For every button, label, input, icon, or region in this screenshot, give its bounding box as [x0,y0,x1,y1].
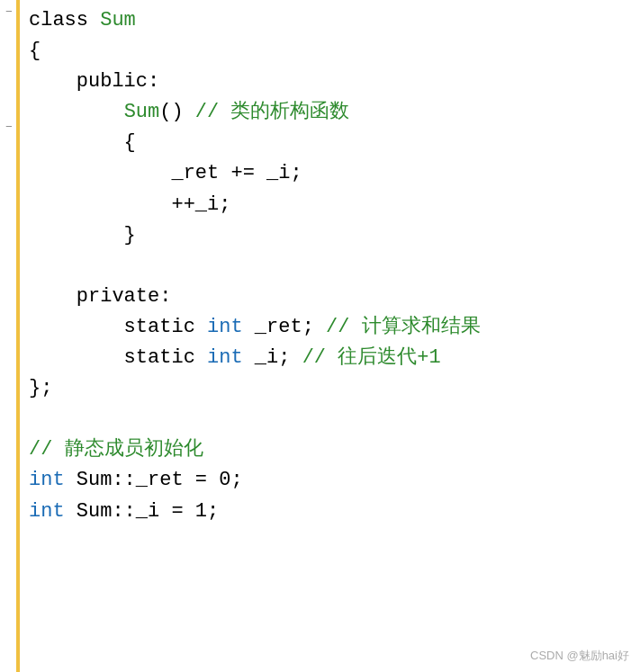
code-line-3: public: [29,67,626,97]
code-line-11: static int _ret; // 计算求和结果 [29,312,626,343]
code-line-5: { [29,128,626,158]
code-line-16: int Sum::_ret = 0; [29,465,626,496]
comment-static-init: // 静态成员初始化 [29,438,203,461]
kw-int-1: int [207,316,243,338]
code-line-13: }; [29,373,626,404]
code-line-4: Sum() // 类的析构函数 [29,97,626,128]
class-name: Sum [100,9,136,31]
code-line-12: static int _i; // 往后迭代+1 [29,343,626,373]
constructor-name: Sum [124,101,160,123]
comment-i: // 往后迭代+1 [302,346,441,369]
code-line-17: int Sum::_i = 1; [29,497,626,527]
code-line-7: ++_i; [29,190,626,220]
code-line-10: private: [29,282,626,312]
code-area: class Sum { public: Sum() // 类的析构函数 { _r… [23,0,640,672]
code-line-6: _ret += _i; [29,158,626,189]
code-line-1: class Sum [29,5,626,36]
kw-class: class [29,9,100,31]
kw-int-4: int [29,500,65,523]
collapse-sum-icon[interactable]: − [2,121,16,135]
collapse-class-icon[interactable]: − [2,5,16,20]
code-line-8: } [29,220,626,251]
code-line-14 [29,404,626,435]
kw-int-2: int [207,346,243,369]
comment-destructor: // 类的析构函数 [195,101,350,123]
code-line-15: // 静态成员初始化 [29,435,626,465]
code-line-9 [29,251,626,282]
comment-ret: // 计算求和结果 [326,316,481,338]
code-line-2: { [29,36,626,67]
watermark: CSDN @魅励hai好 [530,647,629,665]
code-container: − − class Sum { public: Sum() // 类的析构函数 … [0,0,640,672]
kw-int-3: int [29,469,65,491]
